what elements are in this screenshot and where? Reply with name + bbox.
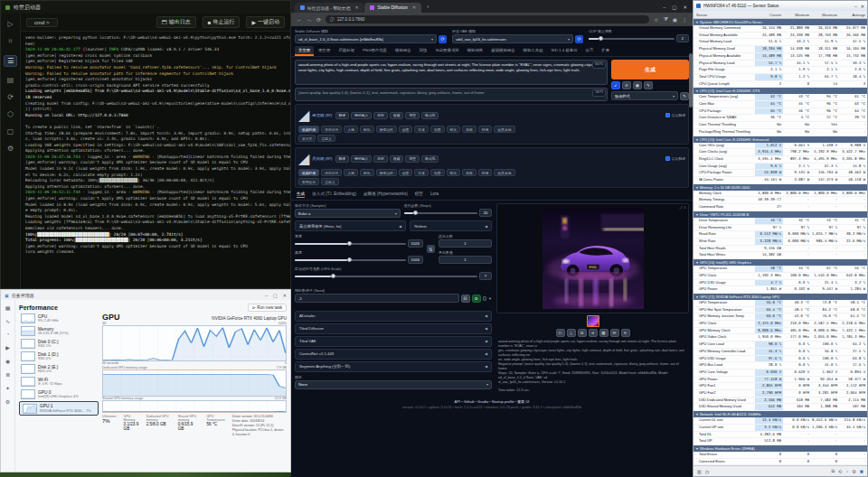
perf-list-item-memory[interactable]: Memory18.1/31.8 GB (57%) <box>19 325 99 337</box>
maximize-icon[interactable]: ▢ <box>672 5 676 10</box>
sensor-group-header[interactable]: ▾GPU [#1]: NVIDIA GeForce RTX 4060 Lapto… <box>693 294 867 300</box>
collapse-icon[interactable]: ▾ <box>696 137 698 142</box>
browser-tab-0[interactable]: 绘世启动器 - 帮助文档✕ <box>295 3 363 13</box>
category-字体[interactable]: 字体 <box>414 169 429 176</box>
styles-dropdown[interactable]: 预设样式▾ <box>611 91 678 100</box>
collapse-icon[interactable]: ▾ <box>696 185 698 190</box>
height-value[interactable]: 1024 <box>408 256 423 264</box>
sensor-row[interactable]: GPU Power77.418 W1.966 W92.354 W58.377 W <box>693 377 867 384</box>
settings-icon[interactable]: ⚙ <box>5 398 10 405</box>
sensor-row[interactable]: Package/Ring Thermal ThrottlingNoNoNo- <box>693 129 867 136</box>
collapse-icon[interactable]: ▾ <box>696 446 698 451</box>
perf-list-item-wi-fi[interactable]: Wi-FiS: 0 R: 72 Kbps <box>19 376 99 388</box>
tab-PNG图片信息[interactable]: PNG图片信息 <box>359 46 391 56</box>
sensor-row[interactable]: Read Rate0.512 MB/s0.000 MB/s1,024.7 MB/… <box>693 231 867 238</box>
sensor-row[interactable]: GPU Power1.865 W0.102 W9.447 W1.284 W <box>693 286 867 294</box>
edit-styles-icon[interactable]: ✎ <box>680 92 689 100</box>
sensor-group-header[interactable]: ▾CPU [#0]: Intel Core i9-13900HX: Enhanc… <box>693 136 867 143</box>
sensor-row[interactable]: Core Clocks (avg)3,916.4 MHz798.2 MHz5,1… <box>693 149 867 156</box>
close-icon[interactable]: ✕ <box>283 293 287 298</box>
sensor-row[interactable]: Drive Remaining Life97 %97 %97 %97 % <box>693 225 867 232</box>
generated-image-preview[interactable]: ⤢ ✕ <box>496 203 689 313</box>
translate-checkbox[interactable] <box>665 156 670 161</box>
sensor-table[interactable]: ▾System: MECHREVO Kirin16Pro SeriesVirtu… <box>693 19 867 465</box>
sensor-group-header[interactable]: ▾GPU [#0]: Intel(R) UHD Graphics <box>693 259 867 266</box>
sensor-row[interactable]: Command Rate2T--- <box>693 204 867 211</box>
sensor-row[interactable]: GPU D3D Usage4.7 %0.0 %21.4 %3.2 % <box>693 280 867 287</box>
sensor-row[interactable]: GPU Clock1,192.3 MHz100.0 MHz1,545.0 MHz… <box>693 273 867 280</box>
column-header-current[interactable]: Current <box>755 13 783 17</box>
restore-params-icon[interactable]: ↙ <box>611 81 620 89</box>
sensor-group-header[interactable]: ▾Drive: YMTC PC411-1024GB-B <box>693 211 867 218</box>
gen-tab-生成[interactable]: 生成 <box>297 192 305 198</box>
sensor-row[interactable]: GPU Temperature58 °C44 °C67 °C55 °C <box>693 266 867 273</box>
plugins-icon[interactable]: ⬡ <box>7 111 14 118</box>
sensor-row[interactable]: Core Max64 °C45 °C96 °C63 °C <box>693 101 867 108</box>
column-header-average[interactable]: Average <box>839 13 867 17</box>
panel-button-历史[interactable]: 历史 <box>373 112 388 119</box>
category-环境[interactable]: 环境 <box>478 126 493 133</box>
close-tab-icon[interactable]: ✕ <box>354 5 358 10</box>
close-icon[interactable]: ✕ <box>621 329 630 337</box>
gallery-thumbnail[interactable] <box>587 315 599 327</box>
collapse-icon[interactable]: ◢ <box>298 150 309 167</box>
panel-button-历史[interactable]: 历史 <box>373 155 388 163</box>
column-header-minimum[interactable]: Minimum <box>783 13 811 17</box>
save-icon[interactable]: ⤓ <box>567 329 576 337</box>
minimize-icon[interactable]: – <box>265 293 268 298</box>
reload-icon[interactable]: ⟳ <box>316 16 321 23</box>
logging-icon[interactable]: ▥ <box>697 469 702 474</box>
run-new-task-button[interactable]: ⊳ Run new task <box>248 304 287 312</box>
category-人物[interactable]: 人物 <box>344 169 358 176</box>
clip-skip-value[interactable]: 2 <box>676 34 689 42</box>
sensor-row[interactable]: GPU Video Clock1,950.0 MHz177.0 MHz2,055… <box>693 334 867 341</box>
sensor-row[interactable]: Write Rate3.228 MB/s0.000 MB/s986.4 MB/s… <box>693 238 867 246</box>
users-icon[interactable]: ◉ <box>5 358 10 364</box>
category-字体[interactable]: 字体 <box>414 126 429 133</box>
perf-list-item-disk-1-d-[interactable]: Disk 1 (D:)SSD 0% <box>19 351 99 362</box>
launch-icon[interactable]: ▷ <box>7 21 13 28</box>
close-sensors-icon[interactable]: ✖ <box>860 469 863 474</box>
sensor-row[interactable]: Core Usage (avg)9.6 %2.1 %67.3 %14.8 % <box>693 164 867 171</box>
sensor-row[interactable]: IA Cores Power44.161 W3.087 W147.373 W40… <box>693 177 867 184</box>
category-负面[interactable]: 负面 <box>430 169 445 176</box>
accordion-segment-anything-[interactable]: Segment Anything (分割一切)◀ <box>295 361 492 372</box>
category-未分类[interactable]: 未分类 <box>298 135 316 142</box>
gen-tab-Lora[interactable]: Lora <box>430 192 439 198</box>
gen-tab-模型[interactable]: 模型 <box>415 192 423 198</box>
sensor-row[interactable]: GPU Fan12,865 RPM0 RPM3,344 RPM2,112 RPM <box>693 383 867 390</box>
sensor-row[interactable]: Virtual Memory Load51.6 %43.2 %51.9 %47.… <box>693 39 867 46</box>
send-to-img2img-icon[interactable]: ➜ <box>589 329 598 337</box>
sensor-column-headers[interactable]: SensorCurrentMinimumMaximumAverage <box>693 11 867 19</box>
sensor-row[interactable]: GPU Fan22,790 RPM0 RPM3,281 RPM2,064 RPM <box>693 390 867 398</box>
profile-avatar[interactable]: ◉ <box>673 16 677 23</box>
collapse-icon[interactable]: ▾ <box>696 412 698 416</box>
sensor-row[interactable]: Page File Usage2.1 %1.9 %2.1 %2.0 % <box>693 67 867 74</box>
terminal-action-stop-icon[interactable]: ■终止运行 <box>203 16 241 28</box>
collapse-icon[interactable]: ▾ <box>696 20 698 24</box>
translate-checkbox[interactable] <box>665 113 670 117</box>
category-自定义[interactable]: 自定义 <box>321 178 338 185</box>
panel-button-辅助输入[interactable]: 辅助输入 <box>351 155 372 163</box>
clip-skip-slider[interactable] <box>589 38 675 40</box>
sensor-row[interactable]: CPU Package65 °C46 °C96 °C64 °C <box>693 108 867 116</box>
category-表情动作[interactable]: 表情动作 <box>376 126 397 133</box>
close-tab-icon[interactable]: ✕ <box>412 5 416 10</box>
category-历史记录[interactable]: 历史记录 <box>321 126 342 133</box>
refiner-accordion[interactable]: Refiner◀ <box>410 220 492 231</box>
sensor-row[interactable]: Virtual Memory Committed26,154 MB21,880 … <box>693 25 867 33</box>
console-selector[interactable]: cmd > <box>26 18 58 27</box>
alerts-icon[interactable]: ◷ <box>705 469 709 474</box>
panel-button-收藏[interactable]: 收藏 <box>390 155 404 163</box>
model-dropdown[interactable]: sd_xl_base_1.0_0.9vae.safetensors [e6bb9… <box>295 34 437 43</box>
sensor-group-header[interactable]: ▾Network: Intel Wi-Fi 6E AX211 160MHz <box>693 411 867 417</box>
category-镜头[interactable]: 镜头 <box>447 126 461 133</box>
save-style-icon[interactable]: ✎ <box>644 81 653 89</box>
perf-list-item-gpu-0[interactable]: GPU 0Intel(R) UHD Graphics 4% <box>19 388 99 400</box>
gen-tab-嵌入式 (T.I. Embedding)[interactable]: 嵌入式 (T.I. Embedding) <box>312 192 356 198</box>
width-value[interactable]: 1024 <box>408 239 423 248</box>
perf-list-item-gpu-1[interactable]: GPU 1NVIDIA GeForce RTX 4060… 7% <box>19 401 99 416</box>
category-自定义[interactable]: 自定义 <box>317 135 335 142</box>
sensor-row[interactable]: Total Host Writes14,382 GB--- <box>693 252 867 259</box>
open-folder-icon[interactable]: 🗀 <box>556 329 565 337</box>
